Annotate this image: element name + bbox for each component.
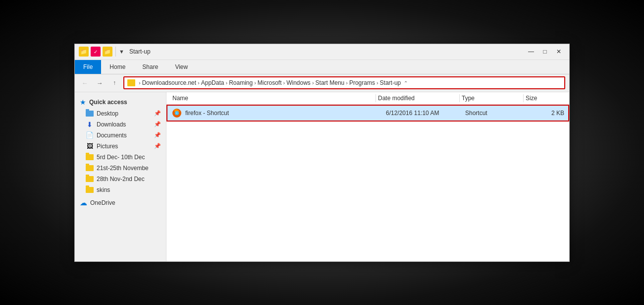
- folder-icon-2b: [86, 176, 94, 183]
- breadcrumb-item-7[interactable]: Start-up: [380, 79, 401, 86]
- sidebar-label-folder1: 21st-25th Novembe: [97, 165, 161, 172]
- explorer-window: 📁 ✓ 📁 ▼ Start-up — □ ✕ File Home Share V: [74, 44, 570, 262]
- tab-home[interactable]: Home: [101, 60, 134, 74]
- folder-icon-0: [86, 154, 94, 161]
- download-arrow-icon: ⬇: [87, 121, 93, 128]
- breadcrumb-item-5[interactable]: Start Menu: [316, 79, 345, 86]
- documents-icon: 📄: [86, 132, 94, 139]
- ribbon: File Home Share View: [75, 60, 569, 74]
- sidebar-label-downloads: Downloads: [97, 121, 152, 128]
- document-file-icon: 📄: [86, 131, 94, 139]
- sidebar: ★ Quick access Desktop 📌 ⬇ Downloads 📌: [75, 92, 166, 261]
- minimize-button[interactable]: —: [525, 47, 537, 57]
- file-size-0: 2 KB: [525, 110, 564, 117]
- col-header-name[interactable]: Name: [170, 95, 374, 102]
- file-icon-firefox: [171, 108, 182, 119]
- col-header-size[interactable]: Size: [526, 95, 565, 102]
- sidebar-item-onedrive[interactable]: ☁ OneDrive: [75, 195, 166, 209]
- breadcrumb-sep-0: ›: [139, 80, 141, 86]
- breadcrumb-bar[interactable]: › Downloadsource.net › AppData › Roaming…: [123, 76, 565, 89]
- tab-share[interactable]: Share: [134, 60, 166, 74]
- col-divider-3: [523, 94, 524, 102]
- breadcrumb-sep-6: ›: [346, 80, 348, 86]
- sidebar-item-downloads[interactable]: ⬇ Downloads 📌: [75, 119, 166, 130]
- svg-point-3: [176, 113, 177, 114]
- title-bar: 📁 ✓ 📁 ▼ Start-up — □ ✕: [75, 44, 569, 60]
- window-controls: — □ ✕: [525, 47, 565, 57]
- col-divider-1: [376, 94, 376, 102]
- star-icon: ★: [80, 98, 86, 106]
- breadcrumb-item-4[interactable]: Windows: [286, 79, 311, 86]
- file-type-0: Shortcut: [465, 110, 525, 117]
- sidebar-item-folder2[interactable]: 28th Nov-2nd Dec: [75, 174, 166, 184]
- file-date-0: 6/12/2016 11:10 AM: [386, 110, 465, 117]
- sidebar-label-documents: Documents: [97, 132, 152, 139]
- sidebar-item-desktop[interactable]: Desktop 📌: [75, 108, 166, 119]
- sidebar-quickaccess-header[interactable]: ★ Quick access: [75, 96, 166, 108]
- file-area: Name Date modified Type Size: [166, 92, 569, 261]
- sidebar-item-folder1[interactable]: 21st-25th Novembe: [75, 163, 166, 174]
- sidebar-label-folder2: 28th Nov-2nd Dec: [97, 176, 161, 183]
- breadcrumb-sep-3: ›: [254, 80, 256, 86]
- breadcrumb-sep-5: ›: [312, 80, 314, 86]
- onedrive-icon: ☁: [80, 198, 87, 207]
- downloads-icon: ⬇: [86, 121, 94, 128]
- onedrive-label: OneDrive: [90, 199, 161, 206]
- folder-icon-1b: [86, 165, 94, 172]
- up-button[interactable]: ↑: [108, 77, 120, 89]
- sidebar-item-folder0[interactable]: 5rd Dec- 10th Dec: [75, 152, 166, 163]
- ribbon-tabs: File Home Share View: [75, 60, 569, 74]
- breadcrumb-item-1[interactable]: AppData: [201, 79, 224, 86]
- col-header-type[interactable]: Type: [462, 95, 521, 102]
- folder-icon-1: 📁: [79, 47, 89, 57]
- tab-file[interactable]: File: [75, 60, 101, 74]
- forward-button[interactable]: →: [94, 77, 106, 89]
- sidebar-item-documents[interactable]: 📄 Documents 📌: [75, 130, 166, 141]
- breadcrumb-item-2[interactable]: Roaming: [229, 79, 253, 86]
- divider: [115, 47, 116, 57]
- sidebar-item-pictures[interactable]: 🖼 Pictures 📌: [75, 141, 166, 152]
- folder-icon-2: 📁: [103, 47, 112, 57]
- back-button[interactable]: ←: [79, 77, 91, 89]
- breadcrumb-item-3[interactable]: Microsoft: [258, 79, 282, 86]
- tab-view[interactable]: View: [166, 60, 196, 74]
- sidebar-label-desktop: Desktop: [97, 110, 152, 117]
- main-area: ★ Quick access Desktop 📌 ⬇ Downloads 📌: [75, 92, 569, 261]
- dropdown-arrow[interactable]: ▼: [119, 49, 124, 55]
- window-title: Start-up: [129, 48, 151, 55]
- pictures-icon: 🖼: [86, 143, 94, 150]
- file-row-0[interactable]: firefox - Shortcut 6/12/2016 11:10 AM Sh…: [166, 105, 569, 122]
- picture-file-icon: 🖼: [87, 142, 93, 150]
- pin-icon-documents: 📌: [154, 132, 161, 138]
- sidebar-item-folder3[interactable]: skins: [75, 184, 166, 195]
- check-icon: ✓: [91, 47, 101, 57]
- title-bar-icons: 📁 ✓ 📁 ▼: [79, 47, 124, 57]
- file-list-header: Name Date modified Type Size: [166, 92, 569, 105]
- firefox-svg-icon: [172, 108, 182, 118]
- folder-icon-3b: [86, 186, 94, 193]
- breadcrumb-sep-2: ›: [225, 80, 227, 86]
- breadcrumb-sep-7: ›: [376, 80, 378, 86]
- breadcrumb-item-6[interactable]: Programs: [349, 79, 375, 86]
- file-name-0: firefox - Shortcut: [185, 110, 386, 117]
- desktop-icon: [86, 110, 94, 117]
- pin-icon-downloads: 📌: [154, 121, 161, 127]
- breadcrumb-sep-1: ›: [198, 80, 200, 86]
- breadcrumb-folder-icon: [127, 79, 135, 86]
- col-header-date[interactable]: Date modified: [378, 95, 457, 102]
- address-bar: ← → ↑ › Downloadsource.net › AppData › R…: [75, 74, 569, 92]
- sidebar-label-folder3: skins: [97, 186, 161, 193]
- sidebar-label-pictures: Pictures: [97, 143, 152, 150]
- breadcrumb-path: › Downloadsource.net › AppData › Roaming…: [137, 79, 401, 86]
- folder-blue-desktop: [86, 111, 94, 117]
- sort-arrow: ⌃: [404, 80, 408, 86]
- col-divider-2: [459, 94, 460, 102]
- breadcrumb-item-0[interactable]: Downloadsource.net: [142, 79, 196, 86]
- breadcrumb-sep-4: ›: [283, 80, 285, 86]
- sidebar-label-folder0: 5rd Dec- 10th Dec: [97, 154, 161, 161]
- quickaccess-label: Quick access: [89, 99, 127, 106]
- close-button[interactable]: ✕: [552, 47, 565, 57]
- pin-icon-desktop: 📌: [154, 110, 161, 117]
- maximize-button[interactable]: □: [538, 47, 551, 57]
- pin-icon-pictures: 📌: [154, 143, 161, 149]
